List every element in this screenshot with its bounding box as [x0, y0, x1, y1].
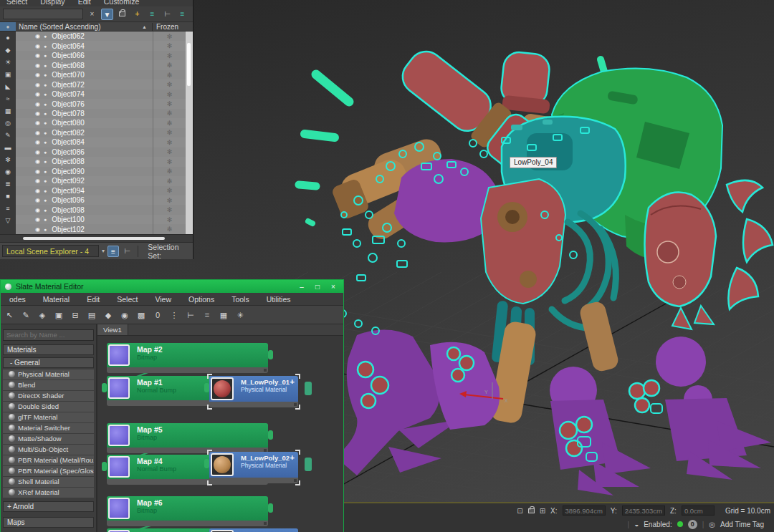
visibility-eye-icon[interactable]: ◉	[35, 52, 40, 59]
object-row[interactable]: ◉ ● Object078 ✻	[16, 109, 186, 118]
map-node-bitmap-6[interactable]: Map #6 Bitmap	[107, 496, 268, 526]
menu-item[interactable]: Options	[180, 295, 223, 304]
output-socket[interactable]	[268, 503, 273, 513]
prompt-region-icon[interactable]: ⊡	[517, 507, 522, 515]
object-row[interactable]: ◉ ● Object082 ✻	[16, 128, 186, 137]
selection-dot-icon[interactable]: ●	[44, 92, 47, 97]
detail-view-icon[interactable]: ≡	[1, 203, 15, 214]
node-footer[interactable]	[209, 478, 298, 483]
output-socket[interactable]	[268, 350, 273, 359]
input-socket[interactable]	[102, 383, 107, 392]
vertical-scrollbar[interactable]	[186, 32, 193, 234]
search-input[interactable]	[3, 9, 83, 19]
frozen-cell[interactable]: ✻	[153, 176, 186, 185]
visibility-eye-icon[interactable]: ◉	[35, 226, 40, 233]
object-row[interactable]: ◉ ● Object092 ✻	[16, 176, 186, 185]
selection-dot-icon[interactable]: ●	[44, 63, 47, 68]
robot-model[interactable]: Y X	[330, 42, 773, 495]
menu-item[interactable]: View	[146, 295, 180, 304]
x-coordinate-field[interactable]: 3896.904cm	[563, 506, 606, 516]
general-group-header[interactable]: - General	[3, 357, 94, 368]
object-row[interactable]: ◉ ● Object064 ✻	[16, 41, 186, 50]
object-row[interactable]: ◉ ● Object098 ✻	[16, 205, 186, 214]
material-type-item[interactable]: DirectX Shader	[3, 391, 94, 401]
selection-dot-icon[interactable]: ●	[44, 44, 47, 49]
frozen-cell[interactable]: ✻	[153, 79, 186, 89]
frozen-cell[interactable]: ✻	[153, 109, 186, 118]
add-objects-icon[interactable]: +	[131, 9, 143, 20]
material-preview-window-button[interactable]: ▦	[216, 308, 231, 322]
frozen-cell[interactable]: ✻	[153, 41, 186, 50]
map-node-bitmap-5[interactable]: Map #5 Bitmap	[107, 423, 268, 453]
view-tab[interactable]: View1	[97, 324, 128, 335]
visibility-eye-icon[interactable]: ◉	[35, 188, 40, 194]
selection-lock-icon[interactable]	[528, 508, 535, 513]
menu-item[interactable]: Tools	[223, 295, 258, 304]
visibility-eye-icon[interactable]: ◉	[35, 149, 40, 155]
frozen-cell[interactable]: ✻	[153, 186, 186, 195]
visibility-eye-icon[interactable]: ◉	[35, 82, 40, 88]
select-by-material-id-button[interactable]: ✳	[233, 308, 247, 322]
layout-vertical-button[interactable]: ⋮	[167, 308, 181, 322]
object-row[interactable]: ◉ ● Object096 ✻	[16, 195, 186, 205]
node-footer[interactable]	[107, 367, 268, 373]
object-row[interactable]: ◉ ● Object076 ✻	[16, 99, 186, 108]
minimize-button[interactable]: –	[296, 283, 307, 291]
material-type-item[interactable]: Material Switcher	[3, 423, 94, 433]
delete-selected-button[interactable]: ⊟	[68, 308, 82, 322]
layers-view-button[interactable]: ≡	[108, 246, 119, 257]
explorer-name-field[interactable]: Local Scene Explorer - 4	[2, 245, 99, 257]
frozen-column-header[interactable]: Frozen	[152, 23, 193, 31]
display-cameras-icon[interactable]: ▣	[1, 69, 15, 80]
frozen-cell[interactable]: ✻	[153, 51, 186, 60]
material-type-item[interactable]: Multi/Sub-Object	[3, 445, 94, 455]
arnold-group-header[interactable]: + Arnold	[3, 501, 94, 512]
material-type-item[interactable]: Blend	[3, 380, 94, 390]
menu-item[interactable]: Utilities	[258, 295, 300, 304]
filter-button[interactable]: ▼	[101, 9, 113, 20]
menu-item[interactable]: Display	[40, 0, 64, 6]
visibility-eye-icon[interactable]: ◉	[35, 168, 40, 175]
layers-alt-icon[interactable]: ≡	[176, 9, 188, 20]
visibility-eye-icon[interactable]: ◉	[35, 110, 40, 117]
menu-item[interactable]: Select	[6, 0, 27, 6]
display-materials-icon[interactable]: ▦	[1, 105, 15, 117]
visibility-eye-icon[interactable]: ◉	[35, 72, 40, 78]
pick-material-from-object-button[interactable]: ◈	[35, 308, 49, 322]
selection-dot-icon[interactable]: ●	[44, 111, 47, 116]
display-geometry-icon[interactable]: ◆	[1, 44, 15, 56]
selection-dot-icon[interactable]: ●	[44, 120, 47, 125]
scrollbar-thumb[interactable]	[23, 237, 165, 240]
display-helpers-icon[interactable]: ◣	[1, 81, 15, 92]
visibility-eye-icon[interactable]: ◉	[35, 62, 40, 69]
display-space-warps-icon[interactable]: ≈	[1, 93, 15, 105]
lock-explorer-icon[interactable]	[116, 9, 128, 20]
row-state-column-icon[interactable]: ●	[0, 22, 16, 31]
display-lights-icon[interactable]: ☀	[1, 57, 15, 68]
selection-dot-icon[interactable]: ●	[44, 53, 47, 58]
visibility-eye-icon[interactable]: ◉	[35, 197, 40, 203]
frozen-cell[interactable]: ✻	[153, 99, 186, 108]
move-children-button[interactable]: ▤	[85, 308, 99, 322]
visibility-eye-icon[interactable]: ◉	[35, 158, 40, 165]
material-node-lowpoly-01[interactable]: M_LowPoly_01 Physical Material +	[209, 376, 298, 407]
selection-dot-icon[interactable]: ●	[44, 208, 47, 213]
object-row[interactable]: ◉ ● Object102 ✻	[16, 224, 186, 233]
selection-dot-icon[interactable]: ●	[44, 140, 47, 145]
material-output-tab[interactable]	[305, 382, 312, 395]
frozen-cell[interactable]: ✻	[153, 137, 186, 147]
close-button[interactable]: ×	[328, 283, 339, 291]
frozen-cell[interactable]: ✻	[153, 157, 186, 166]
object-row[interactable]: ◉ ● Object088 ✻	[16, 157, 186, 166]
selection-dot-icon[interactable]: ●	[44, 217, 47, 222]
assign-material-to-selection-button[interactable]: ◆	[101, 308, 115, 322]
selection-dot-icon[interactable]: ●	[44, 188, 47, 193]
object-row[interactable]: ◉ ● Object074 ✻	[16, 90, 186, 99]
selection-dot-icon[interactable]: ●	[44, 34, 47, 39]
maps-group-header[interactable]: Maps	[3, 517, 94, 528]
selection-dot-icon[interactable]: ●	[44, 198, 47, 203]
sound-icon[interactable]: ◒	[634, 521, 639, 528]
node-footer[interactable]	[107, 521, 268, 526]
visibility-eye-icon[interactable]: ◉	[35, 216, 40, 223]
hierarchy-icon[interactable]: ⊢	[161, 9, 173, 20]
